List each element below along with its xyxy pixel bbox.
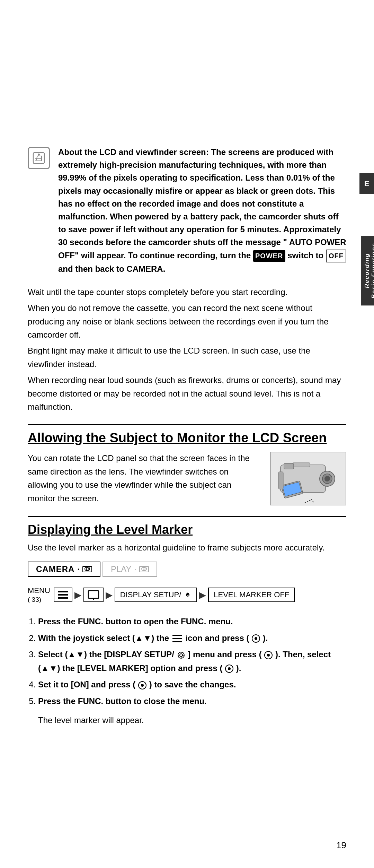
settings-icon-step3 [177,651,185,659]
step-5-text: Press the FUNC. button to close the menu… [38,696,207,706]
additional-notes: Wait until the tape counter stops comple… [28,286,346,414]
play-dot-sep: · [134,564,137,574]
menu-display-box: DISPLAY SETUP/ [115,588,197,602]
lcd-section: You can rotate the LCD panel so that the… [28,452,346,505]
side-e-tab: E [359,173,374,194]
note-bold-text: About the LCD and viewfinder screen: The… [58,147,341,247]
note-icon [28,147,50,169]
lcd-section-heading: Allowing the Subject to Monitor the LCD … [28,431,346,445]
side-tab: Recording Basic Functions [361,236,374,305]
joystick-press-icon [251,634,260,643]
note-bold-text4: and then back to CAMERA. [58,264,165,274]
svg-rect-14 [58,594,68,596]
note-text-block: About the LCD and viewfinder screen: The… [58,146,346,275]
svg-point-32 [267,654,270,657]
power-badge: POWER [253,250,285,262]
section-divider-lcd [28,424,346,425]
add-note-3: Bright light may make it difficult to us… [28,344,346,371]
svg-rect-12 [284,463,294,469]
tab-camera-label: CAMERA [36,564,74,574]
menu-icon-box [54,588,72,602]
menu-row: MENU ( 33) ▶ ▶ DISPLAY SETUP/ [28,586,346,604]
side-tab-basic: Basic Functions [371,243,374,298]
step-5: Press the FUNC. button to close the menu… [38,694,346,708]
lcd-description: You can rotate the LCD panel so that the… [28,452,260,505]
svg-rect-11 [293,463,310,467]
step-2-text: With the joystick select (▲▼) the icon a… [38,633,268,643]
side-e-label: E [364,179,369,188]
side-tab-recording: Recording [364,243,371,298]
svg-point-24 [255,637,257,640]
svg-rect-20 [172,635,182,636]
svg-rect-13 [58,591,68,592]
level-section-heading: Displaying the Level Marker [28,522,346,537]
joystick-press-icon3 [225,664,234,673]
level-section-desc: Use the level marker as a horizontal gui… [28,541,346,554]
page-container: E Recording Basic Functions About the LC… [0,0,374,868]
camera-dot-sep: · [77,564,80,574]
tab-play[interactable]: PLAY · [103,562,157,577]
svg-point-7 [324,476,330,481]
list-icon-inline [172,634,182,643]
step-2: With the joystick select (▲▼) the icon a… [38,631,346,645]
tab-play-label: PLAY [111,564,132,574]
play-cassette-icon [139,566,149,572]
display-setup-label: DISPLAY SETUP/ [120,590,181,599]
menu-result-box: LEVEL MARKER OFF [208,588,295,602]
menu-arrow-2: ▶ [106,590,113,600]
tab-camera[interactable]: CAMERA · [28,562,100,577]
display-icon-box [83,588,104,602]
top-space [28,21,346,146]
tab-row: CAMERA · PLAY · [28,562,346,577]
off-badge: OFF [326,250,346,262]
level-marker-result: LEVEL MARKER OFF [214,590,289,599]
svg-point-3 [38,154,40,156]
svg-point-25 [180,654,182,657]
add-note-2: When you do not remove the cassette, you… [28,302,346,341]
section-divider-level [28,516,346,517]
step-4: Set it to [ON] and press ( ) to save the… [38,678,346,692]
settings-icon [184,591,192,599]
svg-rect-15 [58,597,68,599]
step-3: Select (▲▼) the [DISPLAY SETUP/ ] menu a… [38,648,346,675]
joystick-press-icon4 [138,681,147,690]
svg-rect-22 [172,641,182,642]
note-svg-icon [32,151,46,165]
step-1: Press the FUNC. button to open the FUNC.… [38,615,346,628]
svg-rect-16 [88,591,99,598]
camera-cassette-icon [82,566,92,572]
menu-list-icon [58,590,68,599]
steps-list: Press the FUNC. button to open the FUNC.… [38,615,346,708]
add-note-1: Wait until the tape counter stops comple… [28,286,346,299]
page-number: 19 [336,840,346,851]
menu-ref: ( 33) [28,596,50,604]
menu-text: MENU [28,586,50,596]
step-3-text: Select (▲▼) the [DISPLAY SETUP/ ] menu a… [38,650,331,673]
step-1-text: Press the FUNC. button to open the FUNC.… [38,617,233,626]
svg-rect-10 [278,472,283,489]
display-screen-icon [88,590,99,600]
note-section: About the LCD and viewfinder screen: The… [28,146,346,275]
svg-point-36 [141,684,144,687]
note-bold-text2: " will appear. To continue recording, tu… [75,251,253,260]
note-bold-text3: switch to [285,251,326,260]
step-4-text: Set it to [ON] and press ( ) to save the… [38,680,236,689]
menu-arrow-3: ▶ [199,590,206,600]
lcd-camcorder-image [270,452,346,505]
svg-rect-21 [172,638,182,639]
add-note-4: When recording near loud sounds (such as… [28,374,346,414]
svg-point-34 [228,667,231,670]
suffix-note: The level marker will appear. [38,714,346,727]
menu-label: MENU ( 33) [28,586,50,604]
menu-arrow-1: ▶ [74,590,81,600]
camcorder-svg [274,454,343,503]
joystick-press-icon2 [264,651,273,660]
